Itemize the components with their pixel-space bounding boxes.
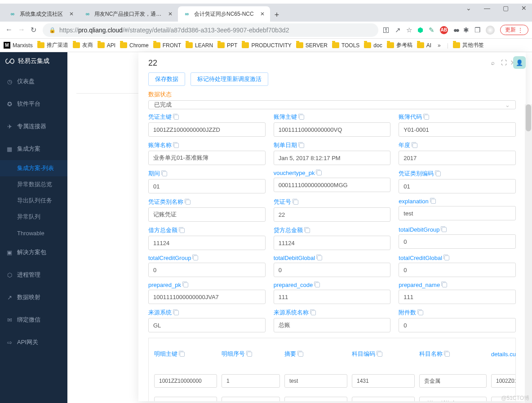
field-input[interactable] xyxy=(399,234,516,249)
field-input[interactable] xyxy=(399,151,516,165)
field-input[interactable] xyxy=(274,318,391,332)
profile-avatar-icon[interactable] xyxy=(486,26,495,35)
sidebar-item-mapping[interactable]: ↗数据映射 xyxy=(0,286,67,309)
copy-icon[interactable] xyxy=(418,310,423,315)
back-button[interactable]: ← xyxy=(5,26,13,34)
copy-icon[interactable] xyxy=(299,143,304,148)
extensions-puzzle-icon[interactable]: ✱ xyxy=(463,26,469,34)
bookmark-folder[interactable]: 参考稿 xyxy=(387,41,412,49)
sidebar-item-dashboard[interactable]: ◷仪表盘 xyxy=(0,70,67,93)
url-input[interactable]: 🔒 https://pro.qliang.cloud/#/strategy/de… xyxy=(43,23,378,37)
detail-cell-input[interactable] xyxy=(222,374,280,388)
user-avatar[interactable]: 👤 xyxy=(513,56,526,69)
extension-icon[interactable]: ● ● xyxy=(453,26,458,34)
bookmark-folder[interactable]: LEARN xyxy=(186,42,213,49)
copy-icon[interactable] xyxy=(442,227,447,232)
reload-button[interactable]: ↻ xyxy=(31,26,36,34)
detail-cell-input[interactable] xyxy=(222,397,280,401)
status-select[interactable]: 已完成 ⌄ xyxy=(148,100,516,109)
field-input[interactable] xyxy=(274,178,391,192)
tab-close-icon[interactable]: ✕ xyxy=(69,11,74,17)
detail-cell-input[interactable] xyxy=(284,397,347,401)
field-input[interactable] xyxy=(148,151,266,165)
bookmark-folder[interactable]: AI xyxy=(417,42,431,49)
sidebar-item-integration[interactable]: ▦集成方案 xyxy=(0,138,67,160)
sidebar-item-connector[interactable]: ✈专属连接器 xyxy=(0,115,67,138)
copy-icon[interactable] xyxy=(412,143,417,148)
bookmark-folder[interactable]: 友商 xyxy=(73,41,93,49)
detail-cell-input[interactable] xyxy=(154,374,217,388)
password-key-icon[interactable]: ⚿ xyxy=(383,26,390,34)
field-input[interactable] xyxy=(148,236,266,250)
scrollbar-thumb[interactable] xyxy=(526,104,531,131)
copy-icon[interactable] xyxy=(431,199,436,204)
share-icon[interactable]: ↗ xyxy=(395,26,401,34)
field-input[interactable] xyxy=(399,206,516,220)
browser-tab-3[interactable]: ∞ 会计凭证同步NC65-NCC ✕ xyxy=(178,6,270,22)
copy-icon[interactable] xyxy=(293,200,298,205)
sidebar-sub-error-queue[interactable]: 异常队列 xyxy=(0,209,67,225)
field-input[interactable] xyxy=(148,207,266,222)
copy-icon[interactable] xyxy=(377,352,382,357)
field-input[interactable] xyxy=(148,290,266,304)
copy-icon[interactable] xyxy=(180,228,185,233)
field-input[interactable] xyxy=(399,290,516,304)
side-panel-icon[interactable]: ❐ xyxy=(474,26,480,34)
detail-cell-input[interactable] xyxy=(419,397,487,401)
sidebar-sub-throwable[interactable]: Throwable xyxy=(0,225,67,241)
field-input[interactable] xyxy=(274,236,391,250)
copy-icon[interactable] xyxy=(162,171,167,176)
copy-icon[interactable] xyxy=(442,282,447,287)
browser-tab-2[interactable]: ∞ 用友NC产品接口开发，通过轻易 ✕ xyxy=(79,6,178,22)
detail-cell-input[interactable] xyxy=(154,397,217,401)
search-icon[interactable]: ⌕ xyxy=(491,59,495,66)
field-input[interactable] xyxy=(274,263,391,277)
copy-icon[interactable] xyxy=(186,200,191,205)
field-input[interactable] xyxy=(399,179,516,193)
bookmark-overflow-icon[interactable]: » xyxy=(436,42,443,49)
sidebar-item-apigateway[interactable]: ⇨API网关 xyxy=(0,331,67,354)
copy-icon[interactable] xyxy=(180,352,185,357)
copy-icon[interactable] xyxy=(305,228,310,233)
detail-cell-input[interactable] xyxy=(284,374,347,388)
detail-cell-input[interactable] xyxy=(419,374,487,388)
bookmark-item[interactable]: MMarxists xyxy=(4,42,33,49)
bookmark-folder[interactable]: SERVER xyxy=(296,42,328,49)
field-input[interactable] xyxy=(399,122,516,137)
copy-icon[interactable] xyxy=(315,282,320,287)
new-tab-button[interactable]: + xyxy=(270,9,284,22)
copy-icon[interactable] xyxy=(174,115,179,120)
copy-icon[interactable] xyxy=(174,143,179,148)
bookmark-folder[interactable]: 推广渠道 xyxy=(37,41,68,49)
tab-close-icon[interactable]: ✕ xyxy=(260,11,265,17)
field-input[interactable] xyxy=(399,318,516,332)
adblock-icon[interactable]: AB xyxy=(440,26,448,34)
bookmark-folder[interactable]: PPT xyxy=(217,42,237,49)
detail-cell-input[interactable] xyxy=(352,374,415,388)
field-input[interactable] xyxy=(274,151,391,165)
other-bookmarks-folder[interactable]: 其他书签 xyxy=(453,41,484,49)
field-input[interactable] xyxy=(274,290,391,304)
fullscreen-icon[interactable]: ⛶ xyxy=(501,59,507,66)
field-input[interactable] xyxy=(148,318,266,332)
bookmark-folder[interactable]: doc xyxy=(364,42,382,49)
sidebar-sub-error-overview[interactable]: 异常数据总览 xyxy=(0,176,67,193)
sidebar-sub-plan-list[interactable]: 集成方案-列表 xyxy=(0,160,67,176)
vertical-scrollbar[interactable] xyxy=(525,104,532,403)
copy-icon[interactable] xyxy=(174,310,179,315)
bookmark-folder[interactable]: Chrome xyxy=(120,42,149,49)
tab-close-icon[interactable]: ✕ xyxy=(168,11,173,17)
extension-icon[interactable]: ✎ xyxy=(429,26,434,34)
field-input[interactable] xyxy=(399,263,516,277)
sidebar-item-wechat[interactable]: ✉绑定微信 xyxy=(0,309,67,331)
field-input[interactable] xyxy=(148,122,266,137)
copy-icon[interactable] xyxy=(317,170,322,175)
save-data-button[interactable]: 保存数据 xyxy=(148,72,185,86)
mark-pending-button[interactable]: 标记待处理重新调度激活 xyxy=(191,72,268,86)
sidebar-sub-export-queue[interactable]: 导出队列任务 xyxy=(0,193,67,209)
copy-icon[interactable] xyxy=(299,115,304,120)
bookmark-star-icon[interactable]: ☆ xyxy=(406,26,412,34)
detail-cell-input[interactable] xyxy=(352,397,415,401)
extension-icon[interactable]: ⬢ xyxy=(417,26,423,34)
bookmark-folder[interactable]: FRONT xyxy=(153,42,181,49)
